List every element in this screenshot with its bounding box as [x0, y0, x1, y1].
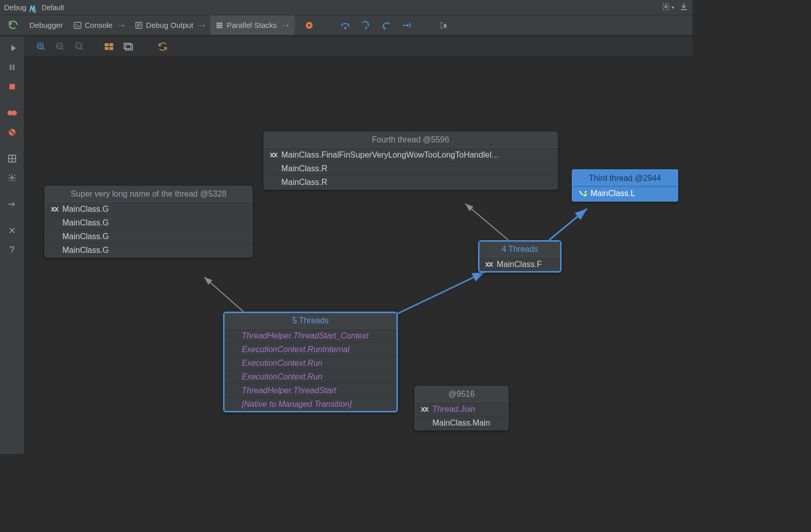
svg-line-30 [394, 272, 485, 315]
svg-rect-12 [13, 65, 14, 70]
view-breakpoints-button[interactable] [5, 105, 20, 121]
node-header: 4 Threads [480, 242, 560, 257]
pin-icon: →▪ [197, 22, 205, 28]
run-config-name: Default [42, 4, 64, 12]
frame-label: MainClass.Main [432, 419, 490, 428]
frame-row[interactable]: Thread.Join [415, 402, 508, 416]
console-icon [73, 21, 82, 29]
frame-label: MainClass.F [497, 260, 542, 269]
node-header: Super very long name of the thread @5328 [45, 186, 252, 202]
frame-row[interactable]: [Native to Managed Transition] [225, 397, 396, 411]
tab-label: Debugger [29, 21, 63, 29]
frame-row[interactable]: MainClass.L [573, 186, 677, 200]
frame-label: ExecutionContext.Run [242, 372, 322, 382]
tab-debugger[interactable]: Debugger [24, 15, 68, 35]
gear-icon[interactable] [661, 2, 671, 13]
frame-label: ExecutionContext.Run [242, 359, 322, 368]
frame-row[interactable]: ExecutionContext.Run [225, 370, 396, 384]
frame-label: MainClass.FinalFinSuperVeryLongWowTooLon… [281, 150, 498, 160]
refresh-button[interactable] [156, 40, 169, 53]
svg-rect-23 [105, 43, 109, 46]
frame-row[interactable]: MainClass.G [45, 243, 252, 257]
step-over-button[interactable] [339, 19, 352, 32]
svg-line-31 [465, 204, 508, 240]
svg-rect-24 [109, 43, 114, 46]
frame-label: MainClass.R [281, 164, 327, 173]
debug-tabs: Debugger Console →▪ Debug Output →▪ Para… [0, 15, 692, 35]
frame-row[interactable]: ThreadHelper.ThreadStart [225, 384, 396, 397]
pause-button[interactable] [5, 60, 20, 75]
svg-point-15 [12, 110, 17, 116]
frame-row[interactable]: MainClass.F [480, 257, 560, 271]
node-header: 5 Threads [225, 313, 396, 329]
download-icon[interactable] [679, 2, 688, 13]
tab-debug-output[interactable]: Debug Output →▪ [130, 15, 210, 35]
thread-group-4[interactable]: 4 Threads MainClass.F [478, 240, 562, 273]
scroll-to-frame-button[interactable] [102, 40, 116, 53]
parallel-stacks-canvas[interactable]: Super very long name of the thread @5328… [24, 57, 692, 454]
tab-console[interactable]: Console →▪ [68, 15, 130, 35]
rerun-button[interactable] [6, 17, 21, 32]
svg-point-0 [33, 10, 36, 13]
current-frame-icon [578, 189, 587, 198]
show-execution-point-button[interactable] [303, 19, 316, 32]
thread-node-5328[interactable]: Super very long name of the thread @5328… [45, 186, 252, 257]
svg-rect-26 [109, 47, 114, 50]
frame-label: MainClass.G [62, 205, 109, 214]
help-button[interactable]: ? [5, 242, 20, 257]
frame-row[interactable]: MainClass.R [264, 175, 557, 189]
evaluate-expression-button[interactable] [436, 19, 450, 32]
thread-group-5[interactable]: 5 Threads ThreadHelper.ThreadStart_Conte… [223, 312, 398, 412]
settings-button[interactable] [5, 170, 20, 185]
parallel-stacks-toolbar: 1:1 [24, 36, 692, 57]
svg-rect-11 [10, 65, 11, 70]
pin-button[interactable] [5, 197, 20, 212]
run-to-cursor-button[interactable] [400, 19, 413, 32]
step-out-button[interactable] [380, 19, 393, 32]
zoom-in-button[interactable] [34, 40, 48, 53]
dropdown-caret-icon[interactable]: ▾ [672, 5, 674, 10]
svg-rect-5 [216, 24, 223, 26]
left-rail: ? [0, 36, 24, 454]
thread-node-2944[interactable]: Third thread @2944 MainClass.L [572, 169, 678, 202]
mute-breakpoints-button[interactable] [5, 125, 20, 140]
zoom-out-button[interactable] [54, 40, 67, 53]
tab-label: Parallel Stacks [227, 21, 277, 29]
frame-row[interactable]: MainClass.G [45, 216, 252, 230]
stacks-icon [215, 21, 224, 29]
frame-row[interactable]: MainClass.G [45, 202, 252, 216]
panel-title: Debug [4, 3, 26, 12]
step-into-button[interactable] [359, 19, 373, 32]
thread-node-5596[interactable]: Fourth thread @5596 MainClass.FinalFinSu… [264, 132, 558, 189]
frame-row[interactable]: ExecutionContext.RunInternal [225, 343, 396, 356]
frame-label: Thread.Join [432, 405, 475, 414]
svg-rect-13 [9, 84, 15, 90]
svg-point-18 [11, 177, 13, 179]
tab-parallel-stacks[interactable]: Parallel Stacks →▪ [210, 15, 294, 35]
svg-rect-2 [74, 22, 81, 28]
threads-icon [485, 260, 494, 269]
thread-node-9516[interactable]: @9516 Thread.Join MainClass.Main [415, 386, 508, 430]
layout-button[interactable] [5, 151, 20, 166]
svg-rect-28 [126, 44, 132, 50]
frame-row[interactable]: MainClass.FinalFinSuperVeryLongWowTooLon… [264, 148, 557, 162]
frame-row[interactable]: ThreadHelper.ThreadStart_Context [225, 329, 396, 343]
frame-row[interactable]: ExecutionContext.Run [225, 356, 396, 370]
node-header: Fourth thread @5596 [264, 132, 557, 148]
run-config[interactable]: Default [29, 4, 64, 12]
export-image-button[interactable] [122, 40, 135, 53]
frame-label: MainClass.L [591, 189, 635, 198]
frame-row[interactable]: MainClass.G [45, 230, 252, 243]
svg-point-10 [384, 27, 386, 29]
svg-point-9 [365, 27, 367, 29]
node-header: Third thread @2944 [573, 171, 677, 186]
resume-button[interactable] [5, 41, 20, 56]
zoom-reset-button[interactable]: 1:1 [73, 40, 86, 53]
threads-icon [420, 405, 429, 413]
stop-button[interactable] [5, 79, 20, 94]
close-button[interactable] [5, 223, 20, 238]
frame-row[interactable]: MainClass.Main [415, 416, 508, 430]
pin-icon: →▪ [117, 22, 124, 28]
frame-row[interactable]: MainClass.R [264, 162, 557, 175]
svg-point-1 [665, 6, 668, 8]
